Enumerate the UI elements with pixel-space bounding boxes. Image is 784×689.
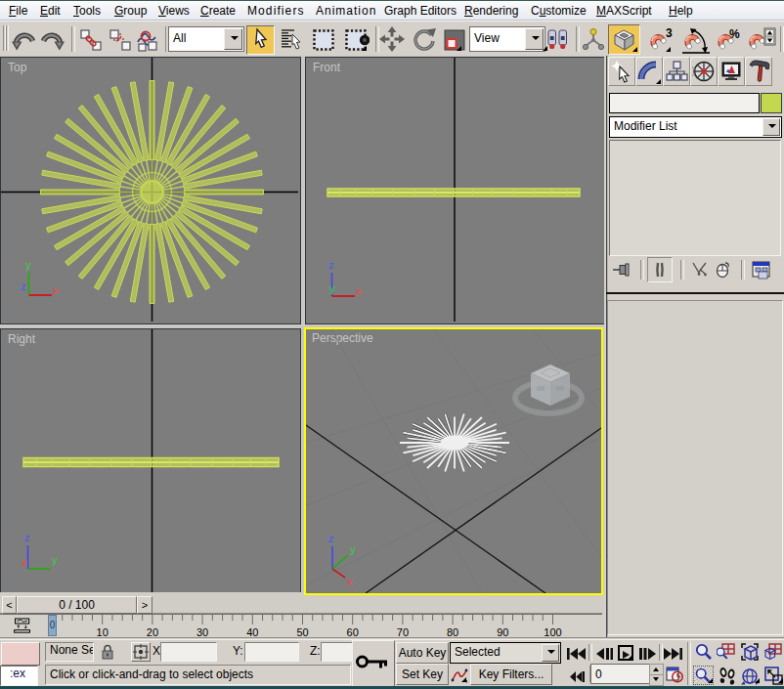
svg-text:40: 40 <box>246 626 258 637</box>
svg-text:20: 20 <box>147 626 158 637</box>
svg-text:x: x <box>356 285 362 297</box>
svg-text:y: y <box>350 543 356 555</box>
svg-text:%: % <box>729 27 740 41</box>
svg-text:80: 80 <box>447 626 458 637</box>
svg-text:10: 10 <box>97 626 109 637</box>
svg-text:x: x <box>53 284 59 296</box>
svg-text:3: 3 <box>666 27 673 40</box>
svg-text:y: y <box>25 259 31 271</box>
svg-text:y: y <box>329 282 335 294</box>
svg-text:x: x <box>347 576 353 587</box>
svg-text:70: 70 <box>397 626 409 637</box>
svg-text:y: y <box>52 554 58 566</box>
svg-text:x: x <box>22 557 27 569</box>
svg-text:z: z <box>328 533 334 544</box>
svg-text:z: z <box>21 280 26 292</box>
svg-text:z: z <box>24 532 30 543</box>
svg-text:50: 50 <box>296 626 308 637</box>
svg-text:60: 60 <box>347 626 359 637</box>
svg-text:90: 90 <box>497 626 508 637</box>
svg-text:30: 30 <box>196 626 208 637</box>
svg-text:100: 100 <box>544 626 561 637</box>
svg-text:z: z <box>328 259 334 271</box>
